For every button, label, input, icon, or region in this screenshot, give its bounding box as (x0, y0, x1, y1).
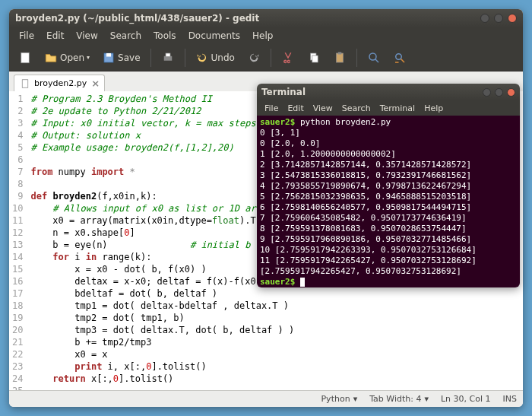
insert-mode: INS (503, 394, 517, 404)
maximize-icon[interactable] (494, 14, 503, 23)
tab-close-icon[interactable]: × (91, 78, 100, 89)
chevron-down-icon: ▾ (353, 394, 358, 404)
minimize-icon[interactable] (480, 14, 489, 23)
separator (185, 49, 185, 67)
svg-rect-4 (166, 53, 170, 57)
undo-button[interactable]: Undo (191, 48, 239, 68)
tab-label: broyden2.py (34, 78, 87, 88)
close-icon[interactable] (507, 88, 515, 97)
menu-terminal[interactable]: Terminal (375, 102, 420, 115)
cut-button[interactable] (277, 48, 299, 68)
window-title: broyden2.py (~/public_html/438/sauer2) -… (15, 13, 480, 24)
chevron-down-icon: ▾ (424, 394, 429, 404)
menu-view[interactable]: View (71, 29, 103, 43)
separator (271, 49, 271, 67)
maximize-icon[interactable] (495, 88, 503, 97)
svg-rect-12 (22, 79, 28, 87)
separator (356, 49, 357, 67)
terminal-window-controls (483, 88, 515, 97)
save-button[interactable]: Save (97, 48, 144, 68)
menu-help[interactable]: Help (247, 29, 278, 43)
cursor-position: Ln 30, Col 1 (441, 394, 491, 404)
menu-search[interactable]: Search (337, 102, 375, 115)
file-icon (21, 79, 30, 88)
svg-rect-2 (106, 53, 111, 57)
new-file-button[interactable] (14, 48, 36, 68)
terminal-title: Terminal (261, 87, 483, 97)
menu-file[interactable]: File (260, 102, 283, 115)
terminal-titlebar: Terminal (257, 84, 520, 100)
tab-broyden2[interactable]: broyden2.py × (14, 75, 105, 91)
find-button[interactable] (363, 48, 385, 68)
terminal-output[interactable]: sauer2$ python broyden2.py 0 [3, 1] 0 [2… (257, 116, 520, 287)
redo-button[interactable] (242, 48, 265, 68)
open-button[interactable]: Open▾ (40, 48, 94, 68)
menubar: FileEditViewSearchToolsDocumentsHelp (9, 27, 523, 44)
menu-edit[interactable]: Edit (283, 102, 308, 115)
line-numbers: 1234567891011121314151617181920212223242… (9, 91, 27, 399)
svg-point-11 (396, 53, 402, 59)
svg-line-10 (375, 59, 378, 62)
svg-rect-6 (312, 56, 318, 62)
toolbar: Open▾ Save Undo (9, 44, 523, 71)
find-replace-button[interactable] (388, 48, 411, 68)
separator (150, 49, 151, 67)
print-button[interactable] (157, 48, 179, 68)
menu-edit[interactable]: Edit (41, 29, 69, 43)
menu-help[interactable]: Help (420, 102, 448, 115)
menu-tools[interactable]: Tools (148, 29, 182, 43)
menu-file[interactable]: File (14, 29, 40, 43)
chevron-down-icon: ▾ (87, 54, 90, 61)
titlebar: broyden2.py (~/public_html/438/sauer2) -… (9, 9, 523, 27)
minimize-icon[interactable] (483, 88, 491, 97)
menu-search[interactable]: Search (105, 29, 147, 43)
paste-button[interactable] (328, 48, 351, 68)
svg-rect-0 (21, 52, 30, 63)
svg-rect-7 (336, 53, 343, 62)
copy-button[interactable] (302, 48, 325, 68)
menu-documents[interactable]: Documents (183, 29, 245, 43)
menu-view[interactable]: View (309, 102, 337, 115)
tab-width-selector[interactable]: Tab Width: 4 ▾ (369, 394, 429, 404)
terminal-menubar: FileEditViewSearchTerminalHelp (257, 100, 520, 116)
svg-rect-8 (338, 52, 342, 54)
lang-selector[interactable]: Python ▾ (321, 394, 357, 404)
terminal-window: Terminal FileEditViewSearchTerminalHelp … (257, 84, 520, 287)
close-icon[interactable] (508, 14, 517, 23)
statusbar: Python ▾ Tab Width: 4 ▾ Ln 30, Col 1 INS (9, 390, 523, 407)
window-controls (480, 14, 517, 23)
